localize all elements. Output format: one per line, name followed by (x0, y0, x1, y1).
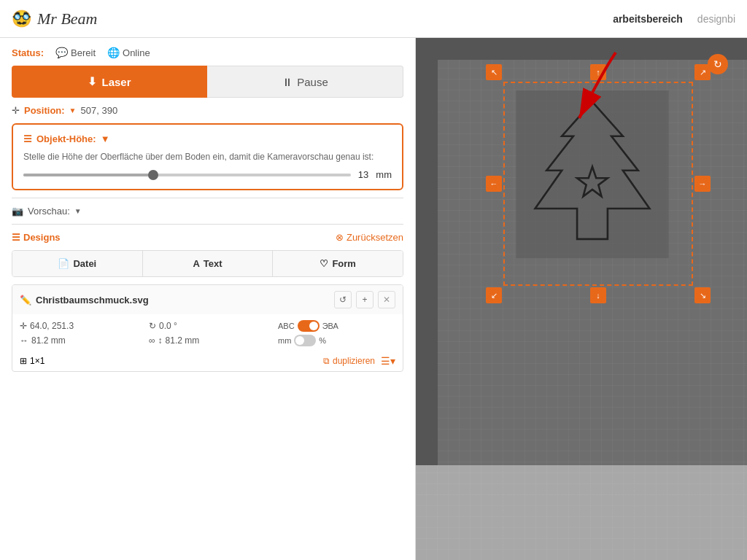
rotation-value[interactable]: 0.0 ° (159, 321, 177, 331)
position-label: Position: (24, 105, 65, 116)
logo-icon: 🥸 (12, 9, 31, 28)
file-entry: ✏️ Christbaumschmuck.svg ↺ + ✕ ✛ 64.0, 2… (12, 284, 403, 372)
width-value[interactable]: 81.2 mm (31, 335, 66, 346)
pause-label: Pause (297, 76, 328, 88)
action-buttons: ⬇ Laser ⏸ Pause (12, 66, 403, 98)
handle-top-mid[interactable]: ↑ (590, 64, 606, 80)
online-text: Online (123, 47, 150, 58)
divider-2 (12, 224, 403, 225)
tab-datei[interactable]: 📄 Datei (12, 251, 143, 276)
grid-icon: ⊞ (20, 356, 27, 366)
designs-label: Designs (23, 232, 61, 243)
object-height-label: Objekt-Höhe: (36, 133, 96, 144)
handle-mid-left[interactable]: ← (486, 176, 502, 192)
datei-label: Datei (73, 258, 96, 269)
abc-toggle[interactable] (298, 320, 320, 332)
slider-value[interactable]: 13 (358, 169, 368, 180)
canvas-panel: ↖ ↑ ↗ ← → ↙ ↓ ↘ ↻ (416, 38, 747, 560)
duplicate-link[interactable]: ⧉ duplizieren (323, 356, 375, 366)
reset-label: Zurücksetzen (347, 232, 403, 243)
form-label: Form (332, 258, 356, 269)
position-detail-value[interactable]: 64.0, 251.3 (30, 321, 74, 331)
datei-icon: 📄 (58, 258, 69, 269)
top-border (416, 38, 747, 60)
height-slider[interactable] (23, 174, 351, 176)
status-label: Status: (12, 47, 44, 58)
detail-position: ✛ 64.0, 251.3 (20, 320, 137, 332)
detail-height: ∞ ↕ 81.2 mm (149, 335, 266, 346)
text-icon: A (193, 258, 199, 269)
undo-button[interactable]: ↺ (334, 291, 352, 308)
header: 🥸 Mr Beam arbeitsbereich designbi (0, 0, 747, 38)
grid-item: ⊞ 1×1 (20, 356, 44, 366)
logo-text: Mr Beam (37, 9, 97, 28)
online-icon: 🌐 (107, 47, 120, 58)
status-online: 🌐 Online (107, 47, 150, 58)
vorschau-row: 📷 Vorschau: ▼ (12, 206, 403, 217)
pause-button[interactable]: ⏸ Pause (207, 66, 403, 98)
mm-pct-toggle[interactable] (294, 335, 316, 346)
nav-designbi[interactable]: designbi (697, 13, 735, 25)
bereit-text: Bereit (71, 47, 96, 58)
designs-header: ☰ Designs ⊗ Zurücksetzen (12, 232, 403, 243)
height-icon: ↕ (158, 335, 163, 346)
selection-box[interactable]: ↖ ↑ ↗ ← → ↙ ↓ ↘ ↻ (503, 82, 693, 286)
mm-label: mm (278, 336, 291, 345)
position-detail-icon: ✛ (20, 321, 27, 331)
position-value: 507, 390 (81, 105, 118, 116)
file-icon: ✏️ (20, 295, 31, 306)
bereit-icon: 💬 (55, 47, 68, 58)
divider-1 (12, 198, 403, 198)
laser-label: Laser (101, 76, 131, 88)
handle-mid-right[interactable]: → (694, 176, 711, 192)
light-area (416, 465, 747, 560)
link-icon: ∞ (149, 335, 155, 346)
close-button[interactable]: ✕ (378, 291, 395, 308)
camera-icon: 📷 (12, 206, 23, 217)
vorschau-dropdown-icon[interactable]: ▼ (74, 207, 82, 215)
file-name: ✏️ Christbaumschmuck.svg (20, 295, 149, 306)
object-height-dropdown-icon[interactable]: ▼ (101, 133, 110, 144)
detail-width: ↔ 81.2 mm (20, 335, 137, 346)
handle-bottom-mid[interactable]: ↓ (590, 287, 606, 303)
rotation-icon: ↻ (149, 321, 156, 331)
tab-text[interactable]: A Text (143, 251, 274, 276)
pct-label: % (319, 336, 326, 345)
nav-arbeitsbereich[interactable]: arbeitsbereich (613, 13, 683, 25)
width-icon: ↔ (20, 335, 28, 346)
detail-abc: ABC ЭВА (278, 320, 395, 332)
file-actions: ↺ + ✕ (334, 291, 395, 308)
handle-top-left[interactable]: ↖ (486, 64, 502, 80)
file-details: ✛ 64.0, 251.3 ↻ 0.0 ° ABC ЭВА ↔ 81.2 mm (12, 314, 403, 352)
slider-unit: mm (376, 169, 392, 180)
main-layout: Status: 💬 Bereit 🌐 Online ⬇ Laser ⏸ Paus… (0, 38, 747, 560)
add-button[interactable]: + (356, 291, 374, 308)
tab-form[interactable]: ♡ Form (273, 251, 403, 276)
vorschau-label: Vorschau: (28, 206, 70, 217)
slider-row: 13 mm (23, 169, 392, 180)
left-panel: Status: 💬 Bereit 🌐 Online ⬇ Laser ⏸ Paus… (0, 38, 416, 560)
object-height-description: Stelle die Höhe der Oberfläche über dem … (23, 150, 392, 163)
detail-rotation: ↻ 0.0 ° (149, 320, 266, 332)
mm-pct-knob (295, 336, 304, 345)
position-bar: ✛ Position: ▼ 507, 390 (12, 105, 403, 116)
left-border (416, 38, 438, 465)
rotate-handle[interactable]: ↻ (708, 54, 728, 74)
copy-icon: ⧉ (323, 356, 330, 366)
move-icon: ✛ (12, 105, 20, 116)
position-dropdown-icon[interactable]: ▼ (69, 106, 77, 114)
handle-bottom-right[interactable]: ↘ (694, 287, 711, 303)
object-height-box: ☰ Objekt-Höhe: ▼ Stelle die Höhe der Obe… (12, 123, 403, 190)
menu-button[interactable]: ☰▾ (381, 355, 395, 367)
logo: 🥸 Mr Beam (12, 9, 97, 28)
cba-label: ЭВА (322, 322, 338, 330)
height-value[interactable]: 81.2 mm (166, 335, 200, 346)
duplicate-row: ⊞ 1×1 ⧉ duplizieren ☰▾ (12, 352, 403, 371)
handle-bottom-left[interactable]: ↙ (486, 287, 502, 303)
status-bereit: 💬 Bereit (55, 47, 96, 58)
pause-icon: ⏸ (282, 76, 293, 88)
laser-button[interactable]: ⬇ Laser (12, 66, 207, 98)
laser-icon: ⬇ (88, 75, 97, 88)
reset-button[interactable]: ⊗ Zurücksetzen (336, 232, 403, 243)
slider-thumb[interactable] (148, 170, 158, 180)
